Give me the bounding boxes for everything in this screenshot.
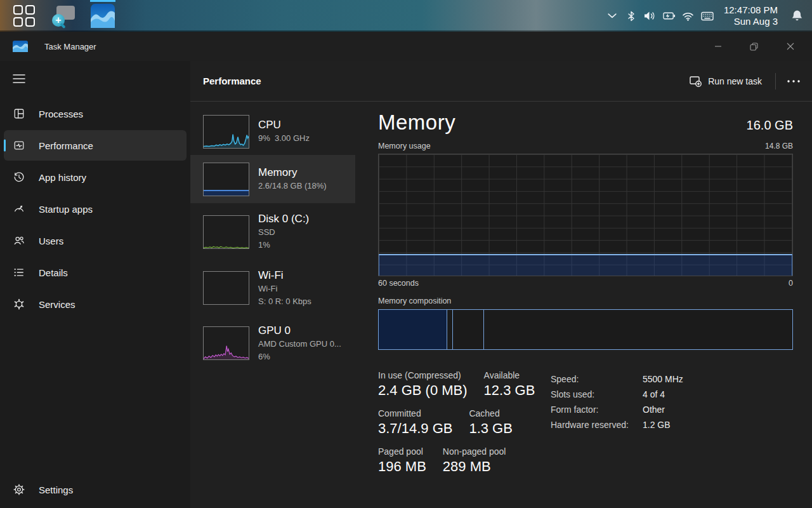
app-launcher-icon[interactable] [11,4,37,28]
info-form-factor: Form factor: Other [551,402,683,417]
performance-icon [13,140,25,151]
volume-icon[interactable] [644,10,657,22]
stat-value: 196 MB [378,458,426,475]
metric-title: Wi-Fi [258,269,311,283]
restore-button[interactable] [736,32,772,61]
selection-pill [4,140,6,152]
memory-composition-label: Memory composition [378,297,793,305]
composition-segment-free [484,310,792,349]
info-value: Other [643,402,665,417]
window-controls [700,32,808,61]
stat-label: Paged pool [378,446,426,457]
memory-thumbnail-graph [203,163,249,196]
stat-non-paged-pool: Non-paged pool 289 MB [443,446,506,475]
metric-title: Memory [258,166,327,180]
list-item-gpu[interactable]: GPU 0 AMD Custom GPU 0... 6% [190,316,355,371]
task-manager-taskbar-icon[interactable] [90,4,115,28]
close-button[interactable] [772,32,808,61]
clock-time: 12:47:08 PM [724,4,778,16]
stat-label: Cached [469,408,512,418]
memory-stats: In use (Compressed) 2.4 GB (0 MB) Availa… [378,370,793,485]
stat-label: Available [484,370,535,380]
taskbar: + [0,0,812,32]
sidebar-item-app-history[interactable]: App history [4,162,187,192]
stat-value: 12.3 GB [484,382,535,399]
cpu-sparkline [204,134,249,146]
list-item-wifi[interactable]: Wi-Fi Wi-Fi S: 0 R: 0 Kbps [190,260,355,316]
stat-label: Committed [378,408,452,418]
memory-usage-max: 14.8 GB [765,142,793,150]
sidebar-item-performance[interactable]: Performance [4,130,187,161]
page-title: Performance [203,76,261,86]
list-item-cpu[interactable]: CPU 9% 3.00 GHz [190,108,355,155]
details-icon [13,267,25,278]
memory-detail-panel: Memory 16.0 GB Memory usage 14.8 GB 60 s… [378,61,812,508]
battery-charging-icon[interactable] [663,10,676,22]
memory-usage-graph [378,154,793,276]
list-item-memory[interactable]: Memory 2.6/14.8 GB (18%) [190,155,355,203]
titlebar: Task Manager [0,32,812,61]
info-value: 4 of 4 [643,387,665,402]
info-slots-used: Slots used: 4 of 4 [551,387,683,402]
system-tray: 12:47:08 PM Sun Aug 3 [606,4,812,27]
metric-subtitle2: 1% [258,239,309,251]
graph-timespan-label: 60 seconds [378,279,419,288]
memory-usage-label: Memory usage [378,142,431,150]
memory-title: Memory [378,110,455,135]
composition-segment-in-use [379,310,447,349]
tray-chevron-up-icon[interactable] [606,10,619,22]
window-body: Processes Performance App history [0,61,812,508]
sidebar-item-startup-apps[interactable]: Startup apps [4,194,187,224]
processes-icon [13,108,25,119]
sidebar-item-users[interactable]: Users [4,225,187,256]
taskbar-clock[interactable]: 12:47:08 PM Sun Aug 3 [724,4,778,27]
touch-keyboard-icon[interactable] [701,10,714,22]
sidebar-item-label: Performance [39,140,93,151]
sidebar-item-label: Startup apps [39,204,93,215]
stat-available: Available 12.3 GB [484,370,535,399]
metric-subtitle: 9% 3.00 GHz [258,132,310,145]
navigation-menu-button[interactable] [11,71,27,86]
metric-subtitle: SSD [258,226,309,239]
performance-metric-list: CPU 9% 3.00 GHz Memory 2.6/14.8 GB (18%) [190,102,355,371]
clock-date: Sun Aug 3 [724,16,778,27]
info-value: 1.2 GB [643,417,671,432]
stat-value: 1.3 GB [469,420,512,437]
wifi-icon[interactable] [682,10,695,22]
sidebar-item-label: Details [39,267,68,278]
minimize-button[interactable] [700,32,736,61]
info-label: Hardware reserved: [551,417,643,432]
sidebar-item-details[interactable]: Details [4,257,187,288]
list-item-disk[interactable]: Disk 0 (C:) SSD 1% [190,203,355,260]
graph-end-label: 0 [789,279,793,288]
screen: + [0,0,812,508]
metric-title: Disk 0 (C:) [258,212,309,226]
info-value: 5500 MHz [643,371,683,387]
stat-in-use: In use (Compressed) 2.4 GB (0 MB) [378,370,468,399]
sidebar-item-label: Users [39,236,63,246]
metric-title: CPU [258,118,310,132]
notification-bell-icon[interactable] [790,10,803,22]
composition-segment-standby [453,310,483,349]
disk-thumbnail-graph [203,215,249,249]
active-app-indicator [90,0,115,2]
bluetooth-icon[interactable] [625,10,638,22]
app-grid-icon [13,5,35,27]
info-label: Form factor: [551,402,643,417]
screen-magnifier-app-icon[interactable]: + [51,4,76,28]
sidebar-item-label: App history [39,172,86,183]
memory-hardware-info: Speed: 5500 MHz Slots used: 4 of 4 Form … [551,371,683,432]
sidebar-item-label: Processes [39,109,83,119]
sidebar: Processes Performance App history [0,61,190,508]
sidebar-item-processes[interactable]: Processes [4,98,187,129]
content-panel: Performance Run new task [190,61,812,508]
sidebar-item-label: Services [39,299,75,310]
sidebar-item-settings[interactable]: Settings [0,474,190,505]
memory-usage-band [379,254,792,276]
metric-subtitle: AMD Custom GPU 0... [258,338,341,351]
stat-committed: Committed 3.7/14.9 GB [378,408,452,437]
settings-gear-icon [13,484,25,495]
sidebar-item-services[interactable]: Services [4,289,187,319]
stat-label: In use (Compressed) [378,370,468,380]
task-manager-logo-icon [90,4,115,28]
